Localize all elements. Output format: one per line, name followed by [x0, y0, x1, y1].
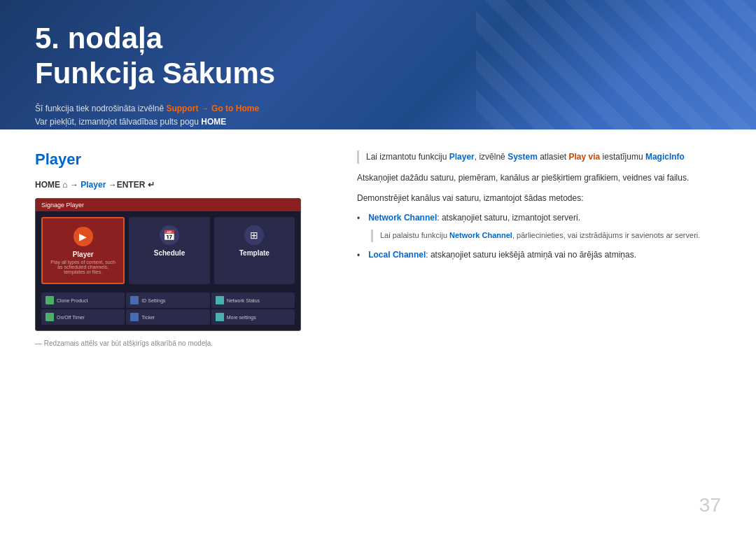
timer-icon [46, 313, 54, 321]
method-list: Network Channel: atskaņojiet saturu, izm… [357, 211, 721, 225]
clone-icon [46, 296, 54, 304]
header-title: 5. nodaļa Funkcija Sākums [35, 21, 721, 92]
main-content: Player HOME ⌂ → Player →ENTER ↵ Signage … [0, 129, 756, 368]
left-column: Player HOME ⌂ → Player →ENTER ↵ Signage … [35, 150, 329, 347]
grid-item-id: ID Settings [126, 293, 209, 308]
schedule-icon: 📅 [160, 225, 179, 245]
intro-line: Lai izmantotu funkciju Player, izvēlnē S… [357, 150, 721, 164]
grid-item-timer: On/Off Timer [41, 309, 125, 325]
grid-item-more: More settings [211, 309, 295, 325]
id-settings-icon [130, 296, 139, 304]
player-play-icon: ▶ [74, 227, 93, 246]
method-item-local: Local Channel: atskaņojiet saturu iekšēj… [357, 248, 721, 262]
section-title: Player [35, 150, 329, 169]
menu-item-template[interactable]: ⊞ Template [214, 217, 295, 284]
method-item-network: Network Channel: atskaņojiet saturu, izm… [357, 211, 721, 225]
body-text-1: Atskaņojiet dažādu saturu, piemēram, kan… [357, 171, 721, 185]
ticker-icon [130, 313, 139, 321]
more-settings-icon [216, 313, 224, 321]
template-icon: ⊞ [244, 225, 264, 245]
screenshot-note: Redzamais attēls var būt atšķirīgs atkar… [35, 339, 329, 347]
header-banner: 5. nodaļa Funkcija Sākums Šī funkcija ti… [0, 0, 756, 129]
header-subtitle: Šī funkcija tiek nodrošināta izvēlnē Sup… [35, 102, 721, 129]
network-status-icon [216, 296, 224, 304]
page-number: 37 [699, 494, 721, 517]
body-text-2: Demonstrējiet kanālus vai saturu, izmant… [357, 191, 721, 205]
screen-grid: Clone Product ID Settings Network Status… [36, 290, 300, 330]
screen-menu: ▶ Player Play all types of content, such… [36, 211, 300, 290]
method-list-local: Local Channel: atskaņojiet saturu iekšēj… [357, 248, 721, 262]
sub-note: Lai palaistu funkciju Network Channel, p… [371, 230, 721, 242]
screen-title-bar: Signage Player [36, 199, 300, 211]
menu-item-player[interactable]: ▶ Player Play all types of content, such… [41, 217, 125, 284]
right-column: Lai izmantotu funkciju Player, izvēlnē S… [357, 150, 721, 347]
nav-instruction: HOME ⌂ → Player →ENTER ↵ [35, 180, 329, 190]
grid-item-ticker: Ticker [126, 309, 209, 325]
menu-item-schedule[interactable]: 📅 Schedule [129, 217, 209, 284]
grid-item-network: Network Status [211, 293, 295, 308]
grid-item-clone: Clone Product [41, 293, 125, 308]
screen-mockup: Signage Player ▶ Player Play all types o… [35, 198, 301, 331]
